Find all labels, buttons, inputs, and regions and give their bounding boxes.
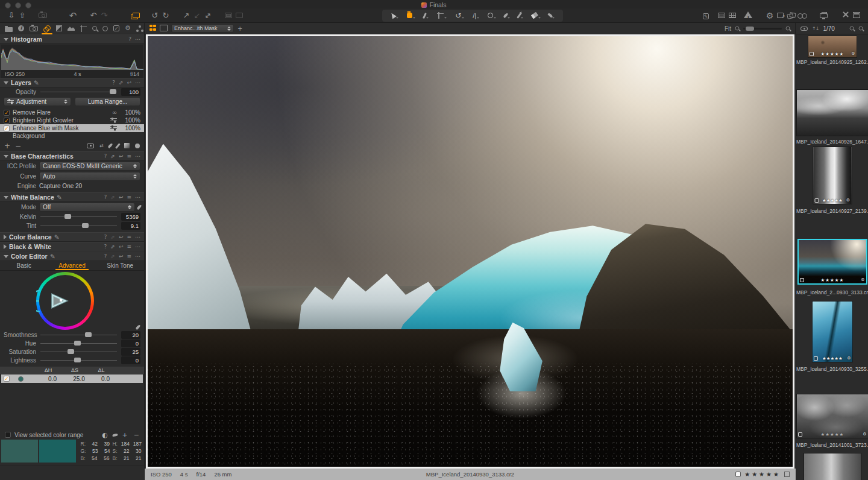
thumb-checkbox[interactable] xyxy=(814,356,818,361)
pick-color-tool-icon[interactable] xyxy=(501,10,514,22)
smoothness-slider-knob[interactable] xyxy=(85,332,92,337)
browser-view-icon[interactable] xyxy=(716,9,727,22)
presets-icon[interactable]: ≡ xyxy=(127,153,131,159)
copy-settings-icon[interactable]: ⇗ xyxy=(110,244,115,250)
pick-color-icon[interactable] xyxy=(107,143,113,148)
crop-tool-icon[interactable] xyxy=(433,10,450,22)
sort-icon[interactable]: ↑↓ xyxy=(812,26,819,31)
invert-mask-icon[interactable]: ⇄ xyxy=(99,143,104,148)
pick-range-icon[interactable] xyxy=(112,433,118,437)
reset-icon[interactable]: ↩ xyxy=(127,80,131,86)
tab-skin-tone[interactable]: Skin Tone xyxy=(96,261,144,270)
thumb-checkbox[interactable] xyxy=(800,278,804,282)
saturation-value[interactable]: 25 xyxy=(121,348,140,356)
heal-mask-tool-icon[interactable] xyxy=(546,10,558,22)
remove-range-icon[interactable]: − xyxy=(134,431,139,439)
edit-proof-icon[interactable]: ✎ xyxy=(700,9,711,22)
reset-icon[interactable]: ↩ xyxy=(119,253,124,259)
more-icon[interactable]: ⋯ xyxy=(135,36,140,42)
exposure-tab[interactable] xyxy=(56,23,62,34)
thumb-gear-icon[interactable]: ⚙ xyxy=(861,277,864,282)
capture-icon[interactable] xyxy=(37,9,48,22)
export-share-icon[interactable] xyxy=(775,9,786,22)
more-icon[interactable]: ⋯ xyxy=(135,244,140,250)
remove-layer-icon[interactable]: − xyxy=(15,142,21,150)
rotate-tool-icon[interactable]: ↺ xyxy=(451,10,468,22)
zoom-tab[interactable] xyxy=(92,23,97,34)
tint-slider-knob[interactable] xyxy=(82,223,89,228)
rotate-cw-icon[interactable]: ↻ xyxy=(160,9,171,22)
edit-pencil-icon[interactable]: ✎ xyxy=(57,194,62,201)
disclosure-icon[interactable] xyxy=(4,38,8,41)
thumbnail-selected[interactable]: ★★★★★⚙ xyxy=(799,240,866,283)
help-icon[interactable]: ? xyxy=(104,253,107,259)
gradient-mask-icon[interactable] xyxy=(124,143,130,148)
spot-removal-tool-icon[interactable] xyxy=(484,10,500,22)
reset-icon[interactable]: ↩ xyxy=(119,244,124,250)
crop-tab[interactable] xyxy=(80,23,87,34)
star-rating[interactable]: ★★★★★ xyxy=(744,471,781,478)
thumb-stars[interactable]: ★★★★★ xyxy=(820,198,845,203)
luma-range-button[interactable]: Luma Range... xyxy=(75,97,140,106)
smoothness-slider[interactable] xyxy=(39,331,118,339)
variant-select[interactable]: Enhanc...ith Mask xyxy=(171,24,234,33)
opacity-slider[interactable] xyxy=(39,88,118,96)
lightness-value[interactable]: 0 xyxy=(121,356,140,364)
help-icon[interactable]: ? xyxy=(104,194,107,200)
thumbnail[interactable]: ★★★★★⚙ xyxy=(797,394,868,438)
reset-icon[interactable]: ↩ xyxy=(119,153,124,159)
grid-view-icon[interactable] xyxy=(727,9,738,22)
opacity-slider-knob[interactable] xyxy=(110,89,116,94)
color-picker-icon[interactable] xyxy=(135,324,140,330)
pan-tool-icon[interactable] xyxy=(403,10,419,22)
clone-variant-icon[interactable] xyxy=(234,9,245,22)
black-white-header[interactable]: Black & White ? ⇗ ↩ ≡ ⋯ xyxy=(0,242,144,251)
reset-icon[interactable]: ↩ xyxy=(119,194,124,200)
settings-tab[interactable]: ⚙ xyxy=(125,23,131,34)
radial-mask-icon[interactable] xyxy=(135,144,140,148)
filter-eye-icon[interactable] xyxy=(800,27,808,31)
select-tool-icon[interactable] xyxy=(387,10,402,22)
draw-mask-tool-icon[interactable] xyxy=(515,10,527,22)
thumb-gear-icon[interactable]: ⚙ xyxy=(846,198,850,203)
loupe-icon[interactable] xyxy=(797,9,808,22)
straighten-tool-icon[interactable]: /| xyxy=(469,10,483,22)
more-icon[interactable]: ⋯ xyxy=(135,194,140,200)
hue-slider[interactable] xyxy=(39,339,118,347)
layer-row[interactable]: ✓ Remove Flare ∞ 100% xyxy=(0,109,144,116)
export-icon[interactable]: ⇧ xyxy=(17,9,28,22)
disclosure-icon[interactable] xyxy=(4,235,7,239)
more-icon[interactable]: ⋯ xyxy=(135,80,140,86)
saturation-slider-knob[interactable] xyxy=(68,349,74,354)
pick-checkbox[interactable] xyxy=(735,472,741,477)
disclosure-icon[interactable] xyxy=(4,196,8,199)
thumbnail[interactable] xyxy=(797,90,868,136)
thumbnail[interactable]: ★★★★★⚙ xyxy=(808,36,857,57)
thumbnail[interactable] xyxy=(804,453,861,480)
edit-pencil-icon[interactable]: ✎ xyxy=(50,253,55,260)
connections-tab[interactable] xyxy=(136,23,143,34)
undo-icon[interactable]: ↶ xyxy=(68,9,78,22)
thumb-stars[interactable]: ★★★★★ xyxy=(805,277,860,283)
color-balance-header[interactable]: Color Balance ✎ ? ⇗ ↩ ≡ ⋯ xyxy=(0,232,144,242)
layer-checkbox[interactable]: ✓ xyxy=(4,125,10,131)
layer-type-select[interactable]: Adjustment xyxy=(4,97,71,106)
thumb-stars[interactable]: ★★★★★ xyxy=(804,432,862,437)
details-tab[interactable] xyxy=(68,23,75,34)
thumb-gear-icon[interactable]: ⚙ xyxy=(863,432,866,437)
more-icon[interactable]: ⋯ xyxy=(135,234,140,240)
settings-gear-icon[interactable]: ⚙ xyxy=(764,9,775,22)
histogram-header[interactable]: Histogram ?⋯ xyxy=(0,34,144,44)
thumbnail[interactable]: ★★★★★⚙ xyxy=(813,147,851,204)
hue-slider-knob[interactable] xyxy=(74,341,81,346)
disclosure-icon[interactable] xyxy=(4,81,8,84)
lens-tab[interactable] xyxy=(102,23,108,34)
layer-row[interactable]: Background xyxy=(0,132,144,140)
disclosure-icon[interactable] xyxy=(4,155,8,158)
thumb-checkbox[interactable] xyxy=(814,198,819,203)
presets-icon[interactable]: ≡ xyxy=(127,234,131,240)
thumbnail[interactable]: ★★★★★⚙ xyxy=(813,302,852,362)
add-layer-icon[interactable]: + xyxy=(4,142,10,150)
smoothness-value[interactable]: 20 xyxy=(121,331,140,339)
magic-brush-tool-icon[interactable] xyxy=(420,10,432,22)
